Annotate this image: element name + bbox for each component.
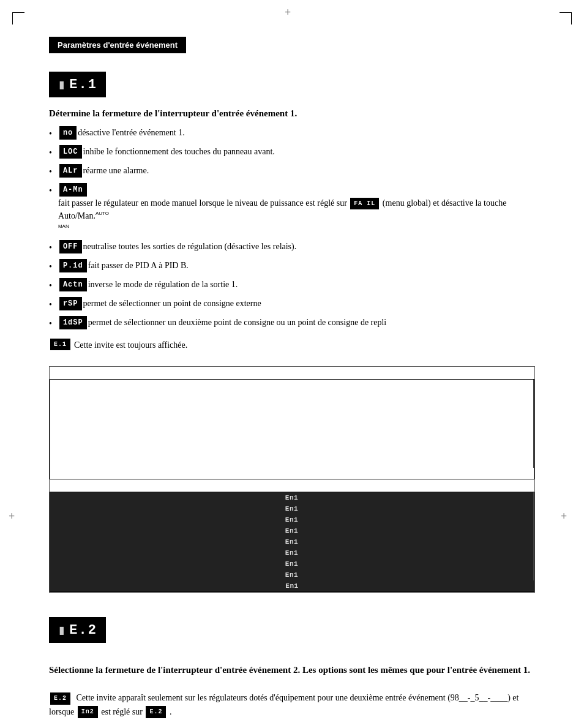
bullet-off: OFF neutralise toutes les sorties de rég… [49,240,535,254]
section-e1: ▮E.1 Détermine la fermeture de l'interru… [49,72,535,593]
bullet-pid-text: fait passer de PID A à PID B. [88,259,189,272]
opt-alr-top: ALr [50,402,534,413]
opt-loc-top: LOC [50,391,534,402]
e1-title: Détermine la fermeture de l'interrupteur… [49,108,535,119]
bullet-rsp-text: permet de sélectionner un point de consi… [83,297,261,310]
e1-note-text: Cette invite est toujours affichée. [74,339,187,351]
opt-rsp-bottom: En1 [50,569,534,580]
e2-title-bold: Sélectionne la fermeture de l'interrupte… [49,665,300,675]
bullet-rsp: rSP permet de sélectionner un point de c… [49,297,535,311]
bullet-loc-text: inhibe le fonctionnement des touches du … [83,145,275,158]
opt-off-top: OFF [50,424,534,435]
bullet-no-text: désactive l'entrée événement 1. [78,126,184,139]
opt-off-bottom: En1 [50,536,534,547]
bullet-pid: P.id fait passer de PID A à PID B. [49,259,535,273]
e2-note-text2: est réglé sur [101,707,144,716]
crosshair-left [11,515,21,525]
bullet-alr-text: réarme une alarme. [83,164,149,177]
e1-options-table: no LOC ALr A-Mn OFF P.id Actn rSP 1dSP E… [49,366,535,593]
badge-off: OFF [59,240,82,253]
e2-note: E.2 Cette invite apparaît seulement sur … [49,691,535,719]
badge-amn: A-Mn [59,183,87,197]
e1-options-bottom-row: En1 En1 En1 En1 En1 En1 En1 En1 En1 [50,492,534,592]
bullet-actn-text: inverse le mode de régulation de la sort… [88,278,238,291]
e1-badge: ▮E.1 [49,72,106,97]
crosshair-right [563,515,573,525]
e2-note-badge: E.2 [50,692,70,705]
auto-man-label: AUTOMAN [58,211,109,230]
e2-note-text3: . [170,707,172,716]
bullet-off-text: neutralise toutes les sorties de régulat… [83,240,297,253]
badge-rsp: rSP [59,297,82,310]
e2-badge-in2: In2 [78,706,98,718]
bullet-amn: A-Mn fait passer le régulateur en mode m… [49,183,535,235]
badge-fail: FA IL [350,198,379,209]
page: Paramètres d'entrée événement ▮E.1 Déter… [0,0,584,728]
e1-bullet-list: no désactive l'entrée événement 1. LOC i… [49,126,535,330]
badge-pid: P.id [59,259,87,272]
opt-actn-top: Actn [50,446,534,457]
opt-1dsp-bottom: En1 [50,580,534,591]
opt-actn-bottom: En1 [50,558,534,569]
badge-actn: Actn [59,278,87,291]
opt-no-top: no [50,380,534,391]
badge-alr: ALr [59,164,82,178]
bullet-actn: Actn inverse le mode de régulation de la… [49,278,535,292]
opt-loc-bottom: En1 [50,503,534,514]
bullet-alr: ALr réarme une alarme. [49,164,535,178]
header-bar: Paramètres d'entrée événement [49,37,186,53]
opt-1dsp-top: 1dSP [50,468,534,479]
section-e2: ▮E.2 Sélectionne la fermeture de l'inter… [49,617,535,728]
e2-title: Sélectionne la fermeture de l'interrupte… [49,665,535,675]
e2-badge: ▮E.2 [49,617,106,643]
bullet-no: no désactive l'entrée événement 1. [49,126,535,140]
e1-note-badge: E.1 [50,339,70,350]
bullet-1dsp-text: permet de sélectionner un deuxième point… [88,316,387,329]
e1-options-top-row: no LOC ALr A-Mn OFF P.id Actn rSP 1dSP [50,379,534,479]
corner-mark-tr [560,12,572,24]
opt-alr-bottom: En1 [50,514,534,525]
bullet-loc: LOC inhibe le fonctionnement des touches… [49,145,535,159]
badge-loc: LOC [59,145,82,159]
opt-rsp-top: rSP [50,457,534,468]
bullet-amn-text: fait passer le régulateur en mode manuel… [58,197,535,235]
corner-mark-tl [12,12,24,24]
opt-pid-top: P.id [50,435,534,446]
opt-amn-top: A-Mn [50,413,534,424]
badge-1dsp: 1dSP [59,316,87,329]
e2-subtitle: Les options sont les mêmes que pour l'en… [302,665,530,675]
e1-note: E.1 Cette invite est toujours affichée. [49,339,535,351]
opt-no-bottom: En1 [50,492,534,503]
opt-pid-bottom: En1 [50,547,534,558]
opt-amn-bottom: En1 [50,525,534,536]
bullet-1dsp: 1dSP permet de sélectionner un deuxième … [49,316,535,330]
crosshair-top [287,11,297,21]
badge-no: no [59,126,77,140]
e2-badge-e2ref: E.2 [146,706,166,718]
